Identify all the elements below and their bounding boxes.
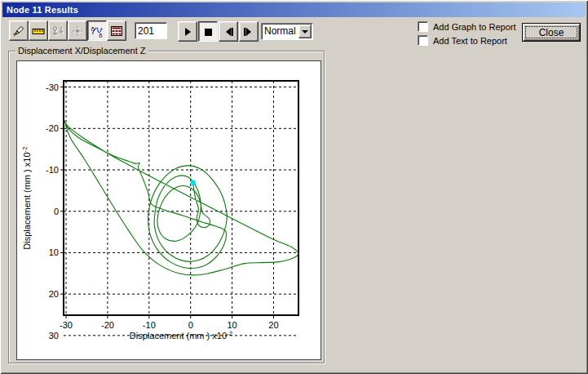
svg-text:-10: -10 <box>46 165 59 175</box>
svg-text:30: 30 <box>49 331 59 341</box>
svg-text:Displacement (mm ) x10-2: Displacement (mm ) x10-2 <box>21 146 32 250</box>
rocket-icon <box>12 24 25 38</box>
svg-text:20: 20 <box>268 320 278 330</box>
speed-value: Normal <box>262 24 298 39</box>
svg-text:-30: -30 <box>46 82 59 92</box>
table-view-button[interactable] <box>107 20 126 41</box>
play-icon <box>181 25 194 38</box>
measure-button[interactable] <box>29 20 48 41</box>
add-graph-checkbox[interactable] <box>418 21 428 32</box>
crosshair-icon <box>71 24 84 38</box>
add-graph-label: Add Graph to Report <box>433 22 516 32</box>
stop-button[interactable] <box>198 21 218 42</box>
current-position-marker <box>191 180 196 185</box>
probe-icon <box>51 24 64 38</box>
playback-controls <box>178 21 259 42</box>
frame-number-input[interactable] <box>135 22 167 39</box>
graph-view-button[interactable]: δ δ <box>87 20 107 41</box>
svg-text:0: 0 <box>188 320 193 330</box>
add-text-checkbox[interactable] <box>418 35 428 46</box>
step-back-button[interactable] <box>219 21 238 42</box>
ruler-icon <box>32 24 45 38</box>
add-text-row: Add Text to Report <box>418 35 507 46</box>
step-back-icon <box>222 25 235 38</box>
crosshair-button[interactable] <box>68 20 87 41</box>
svg-text:-10: -10 <box>143 320 156 330</box>
trajectory-curve <box>64 120 298 275</box>
svg-text:-20: -20 <box>46 123 59 133</box>
delta-curve-icon: δ δ <box>91 24 104 38</box>
results-groupbox: Displacement X/Displacement Z -30-20-100… <box>8 51 325 363</box>
stop-icon <box>201 25 214 38</box>
svg-text:-20: -20 <box>101 320 114 330</box>
speed-dropdown-button[interactable] <box>298 24 312 38</box>
add-graph-row: Add Graph to Report <box>418 21 516 32</box>
probe-button[interactable] <box>48 20 68 41</box>
animate-button[interactable] <box>9 20 29 41</box>
svg-text:10: 10 <box>49 247 59 257</box>
plot-panel: -30-20-1001020-30-20-100102030Displaceme… <box>16 60 321 360</box>
chevron-down-icon <box>302 30 308 33</box>
add-text-label: Add Text to Report <box>433 36 507 46</box>
play-button[interactable] <box>178 21 197 42</box>
window-title: Node 11 Results <box>7 5 78 15</box>
groupbox-title: Displacement X/Displacement Z <box>15 46 148 56</box>
table-grid-icon <box>110 24 123 38</box>
toolbar: δ δ <box>9 20 126 41</box>
node-results-dialog: Node 11 Results <box>0 0 588 374</box>
displacement-plot: -30-20-1001020-30-20-100102030Displaceme… <box>17 61 321 359</box>
svg-text:0: 0 <box>54 207 59 216</box>
svg-text:-30: -30 <box>60 320 73 330</box>
speed-dropdown[interactable]: Normal <box>261 23 313 40</box>
svg-text:10: 10 <box>227 320 237 330</box>
close-button[interactable]: Close <box>522 23 581 42</box>
step-forward-button[interactable] <box>239 21 259 42</box>
svg-text:δ: δ <box>91 24 95 32</box>
step-forward-icon <box>242 25 255 38</box>
title-bar[interactable]: Node 11 Results <box>2 2 586 17</box>
svg-text:20: 20 <box>49 289 59 299</box>
svg-text:Displacement (mm ) x10-2: Displacement (mm ) x10-2 <box>130 330 233 341</box>
